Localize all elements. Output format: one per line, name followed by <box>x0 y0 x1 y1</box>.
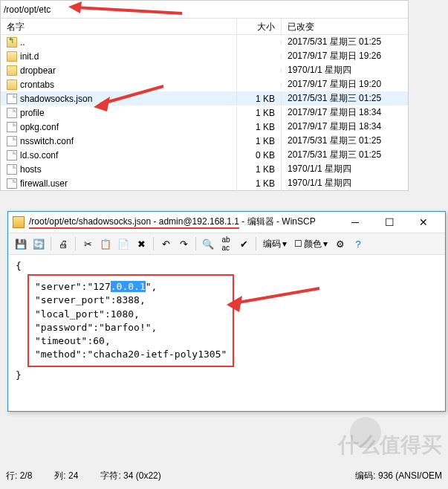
code-line: "local_port":1080, <box>35 308 227 321</box>
code-line: "server":"127.0.0.1", <box>35 280 227 294</box>
file-size: 1 KB <box>237 120 282 135</box>
status-encoding: 编码: 936 (ANSI/OEM <box>355 470 442 482</box>
undo-button[interactable]: ↶ <box>158 236 174 252</box>
file-icon <box>7 94 17 104</box>
close-button[interactable]: ✕ <box>406 212 441 233</box>
path-input[interactable] <box>4 4 405 15</box>
parent-folder-icon <box>7 37 17 48</box>
code-line: "method":"chacha20-ietf-poly1305" <box>35 348 227 361</box>
file-size: 1 KB <box>237 91 282 106</box>
file-icon <box>7 164 17 175</box>
separator <box>51 237 51 250</box>
file-icon <box>7 108 17 118</box>
redo-button[interactable]: ↷ <box>175 236 192 252</box>
watermark-text: 什么值得买 <box>338 431 442 459</box>
folder-icon <box>7 80 17 90</box>
status-line: 行: 2/8 <box>6 470 32 482</box>
file-name: init.d <box>20 51 39 62</box>
file-size: 1 KB <box>237 162 282 177</box>
save-button[interactable]: 💾 <box>13 236 29 252</box>
code-line: "server_port":8388, <box>35 294 227 307</box>
col-header-name[interactable]: 名字 <box>1 19 237 34</box>
file-date: 1970/1/1 星期四 <box>282 175 408 192</box>
color-menu[interactable]: ☐ 颜色 ▾ <box>291 238 331 250</box>
file-size: 1 KB <box>237 176 282 191</box>
help-button[interactable]: ? <box>350 236 366 252</box>
editor-textarea[interactable]: { "server":"127.0.0.1", "server_port":83… <box>8 255 445 411</box>
status-char: 字符: 34 (0x22) <box>100 470 160 482</box>
table-row[interactable]: firewall.user1 KB1970/1/1 星期四 <box>1 176 408 190</box>
settings-button[interactable]: ⚙ <box>332 236 348 252</box>
file-list: ..2017/5/31 星期三 01:25init.d2017/9/17 星期日… <box>1 35 408 190</box>
goto-button[interactable]: ✔ <box>236 236 252 252</box>
file-name: ld.so.conf <box>20 150 58 161</box>
window-controls: ─ ☐ ✕ <box>338 212 441 233</box>
file-size <box>237 82 282 87</box>
file-icon <box>7 136 17 146</box>
file-name: crontabs <box>20 80 54 90</box>
file-name: dropbear <box>20 65 56 76</box>
file-name: profile <box>20 108 45 118</box>
file-browser: 名字 大小 已改变 ..2017/5/31 星期三 01:25init.d201… <box>0 0 409 191</box>
col-header-changed[interactable]: 已改变 <box>282 19 408 34</box>
status-bar: 行: 2/8 列: 24 字符: 34 (0x22) 编码: 936 (ANSI… <box>0 467 448 485</box>
file-icon <box>7 122 17 132</box>
file-icon <box>7 178 17 189</box>
file-name: shadowsocks.json <box>20 94 92 104</box>
file-name: opkg.conf <box>20 122 59 132</box>
paste-button[interactable]: 📄 <box>115 236 132 252</box>
file-size <box>237 68 282 73</box>
path-bar <box>1 1 408 19</box>
file-size: 0 KB <box>237 148 282 163</box>
list-header: 名字 大小 已改变 <box>1 19 408 35</box>
file-name: .. <box>20 37 25 48</box>
code-line: { <box>16 259 438 273</box>
find-button[interactable]: 🔍 <box>200 236 216 252</box>
copy-button[interactable]: 📋 <box>97 236 114 252</box>
file-size <box>237 40 282 45</box>
replace-button[interactable]: abac <box>218 236 234 252</box>
editor-window: /root/opt/etc/shadowsocks.json - admin@1… <box>7 211 446 412</box>
file-name: firewall.user <box>20 178 68 189</box>
reload-button[interactable]: 🔄 <box>30 236 47 252</box>
code-line: "timeout":60, <box>35 334 227 348</box>
file-size: 1 KB <box>237 106 282 120</box>
file-size <box>237 54 282 59</box>
maximize-button[interactable]: ☐ <box>372 212 406 233</box>
title-bar[interactable]: /root/opt/etc/shadowsocks.json - admin@1… <box>8 212 445 233</box>
app-icon <box>13 216 25 228</box>
folder-icon <box>7 51 17 62</box>
toolbar: 💾 🔄 🖨 ✂ 📋 📄 ✖ ↶ ↷ 🔍 abac ✔ 编码 ▾ ☐ 颜色 ▾ ⚙… <box>8 233 445 255</box>
col-header-size[interactable]: 大小 <box>237 19 282 34</box>
delete-button[interactable]: ✖ <box>133 236 149 252</box>
separator <box>195 237 196 250</box>
annotation-box: "server":"127.0.0.1", "server_port":8388… <box>27 274 234 367</box>
code-line: } <box>16 369 438 382</box>
status-col: 列: 24 <box>54 470 78 482</box>
text-selection: .0.0.1 <box>111 281 146 292</box>
separator <box>256 237 256 250</box>
file-icon <box>7 150 17 161</box>
file-size: 1 KB <box>237 134 282 149</box>
encoding-menu[interactable]: 编码 ▾ <box>260 238 290 250</box>
folder-icon <box>7 65 17 76</box>
print-button[interactable]: 🖨 <box>55 236 71 252</box>
file-name: hosts <box>20 164 42 175</box>
cut-button[interactable]: ✂ <box>79 236 96 252</box>
minimize-button[interactable]: ─ <box>338 212 372 233</box>
separator <box>153 237 154 250</box>
window-title: /root/opt/etc/shadowsocks.json - admin@1… <box>29 216 338 229</box>
file-name: nsswitch.conf <box>20 136 74 146</box>
code-line: "password":"barfoo!", <box>35 321 227 334</box>
separator <box>75 237 76 250</box>
